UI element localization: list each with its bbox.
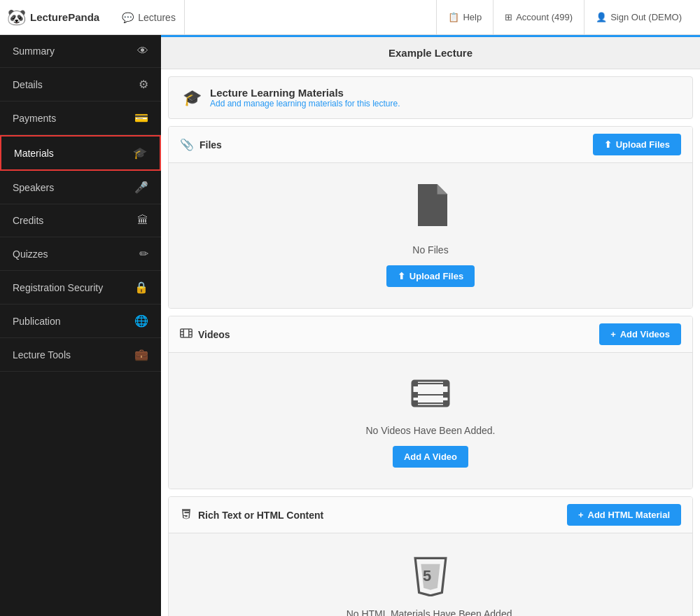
account-link[interactable]: ⊞ Account (499) <box>493 0 584 35</box>
sidebar-icon-materials: 🎓 <box>133 146 147 160</box>
sidebar-label-materials: Materials <box>14 148 54 159</box>
add-videos-button-top[interactable]: + Add Videos <box>599 323 681 345</box>
sidebar-label-reg-security: Registration Security <box>13 282 103 293</box>
sidebar-item-materials[interactable]: Materials 🎓 <box>0 135 161 171</box>
sidebar-icon-payments: 💳 <box>134 111 148 125</box>
html5-empty-icon: 5 <box>411 554 450 598</box>
svg-rect-9 <box>412 392 418 398</box>
sidebar-item-registration-security[interactable]: Registration Security 🔒 <box>0 271 161 304</box>
upload-files-button[interactable]: ⬆ Upload Files <box>386 265 475 287</box>
materials-section-header: 🎓 Lecture Learning Materials Add and man… <box>168 76 693 119</box>
sidebar-label-summary: Summary <box>13 46 55 57</box>
chat-icon: 💬 <box>122 12 134 23</box>
sidebar-label-publication: Publication <box>13 316 61 327</box>
svg-rect-13 <box>443 400 449 406</box>
help-link[interactable]: 📋 Help <box>436 0 493 35</box>
sidebar-icon-quizzes: ✏ <box>139 247 148 260</box>
upload-icon: ⬆ <box>604 139 612 150</box>
top-nav-right: 📋 Help ⊞ Account (499) 👤 Sign Out (DEMO) <box>436 0 693 35</box>
svg-text:5: 5 <box>423 567 431 584</box>
upload-files-button-top[interactable]: ⬆ Upload Files <box>593 134 681 155</box>
lectures-nav-item[interactable]: 💬 Lectures <box>113 0 185 34</box>
add-html-button-top[interactable]: + Add HTML Material <box>567 504 681 526</box>
main-layout: Summary 👁 Details ⚙ Payments 💳 Materials… <box>0 35 700 616</box>
sidebar-item-speakers[interactable]: Speakers 🎤 <box>0 171 161 204</box>
files-panel-header: 📎 Files ⬆ Upload Files <box>169 127 692 163</box>
videos-panel: Videos + Add Videos <box>168 316 693 489</box>
no-videos-text: No Videos Have Been Added. <box>366 425 496 436</box>
svg-rect-0 <box>181 329 192 337</box>
content-area: Example Lecture 🎓 Lecture Learning Mater… <box>161 35 700 616</box>
logo-icon: 🐼 <box>7 8 26 27</box>
sidebar-item-summary[interactable]: Summary 👁 <box>0 35 161 68</box>
svg-rect-8 <box>412 381 418 386</box>
sidebar-item-lecture-tools[interactable]: Lecture Tools 💼 <box>0 338 161 372</box>
mortarboard-icon: 🎓 <box>183 89 202 107</box>
sidebar-icon-lecture-tools: 💼 <box>134 348 148 361</box>
videos-panel-header: Videos + Add Videos <box>169 316 692 353</box>
logo-text: LecturePanda <box>30 11 99 23</box>
no-html-text: No HTML Materials Have Been Added. <box>346 608 515 616</box>
html-panel: Rich Text or HTML Content + Add HTML Mat… <box>168 496 693 616</box>
sidebar-icon-speakers: 🎤 <box>134 181 148 194</box>
videos-label: Videos <box>198 329 230 340</box>
svg-rect-11 <box>443 381 449 386</box>
help-icon: 📋 <box>448 12 459 22</box>
sidebar-item-credits[interactable]: Credits 🏛 <box>0 204 161 237</box>
plus-icon-html: + <box>578 510 584 520</box>
html-label: Rich Text or HTML Content <box>198 510 323 521</box>
lectures-label: Lectures <box>138 12 176 23</box>
sidebar-label-details: Details <box>13 79 43 90</box>
no-videos-icon <box>411 374 450 415</box>
svg-rect-10 <box>412 400 418 406</box>
section-subtitle: Add and manage learning materials for th… <box>210 99 400 108</box>
plus-icon: + <box>610 329 616 340</box>
add-video-button[interactable]: Add A Video <box>393 446 468 468</box>
sidebar-icon-publication: 🌐 <box>134 314 148 328</box>
no-files-text: No Files <box>412 244 448 255</box>
paperclip-icon: 📎 <box>180 138 194 151</box>
lecture-title: Example Lecture <box>161 35 700 69</box>
sidebar-label-quizzes: Quizzes <box>13 248 48 260</box>
html5-icon <box>180 507 192 523</box>
sidebar-icon-reg-security: 🔒 <box>134 281 148 294</box>
signout-link[interactable]: 👤 Sign Out (DEMO) <box>584 0 693 35</box>
html-panel-body: 5 No HTML Materials Have Been Added. Add… <box>169 533 692 616</box>
sidebar-label-credits: Credits <box>13 215 43 226</box>
section-title: Lecture Learning Materials <box>210 87 400 99</box>
sidebar: Summary 👁 Details ⚙ Payments 💳 Materials… <box>0 35 161 616</box>
logo[interactable]: 🐼 LecturePanda <box>7 8 99 27</box>
sidebar-icon-details: ⚙ <box>139 78 148 91</box>
sidebar-item-details[interactable]: Details ⚙ <box>0 68 161 102</box>
upload-icon-2: ⬆ <box>398 271 405 281</box>
sidebar-icon-credits: 🏛 <box>137 214 148 227</box>
sidebar-item-quizzes[interactable]: Quizzes ✏ <box>0 237 161 271</box>
html-panel-header: Rich Text or HTML Content + Add HTML Mat… <box>169 497 692 533</box>
sidebar-label-speakers: Speakers <box>13 182 54 193</box>
top-navigation: 🐼 LecturePanda 💬 Lectures 📋 Help ⊞ Accou… <box>0 0 700 35</box>
no-files-icon <box>413 184 448 234</box>
files-panel: 📎 Files ⬆ Upload Files No Files ⬆ <box>168 126 693 309</box>
sidebar-icon-summary: 👁 <box>137 45 148 57</box>
sidebar-label-payments: Payments <box>13 113 56 124</box>
files-panel-body: No Files ⬆ Upload Files <box>169 163 692 308</box>
signout-icon: 👤 <box>596 12 607 22</box>
videos-panel-body: No Videos Have Been Added. Add A Video <box>169 353 692 489</box>
sidebar-label-lecture-tools: Lecture Tools <box>13 349 71 360</box>
sidebar-item-payments[interactable]: Payments 💳 <box>0 102 161 135</box>
files-label: Files <box>200 139 222 150</box>
film-icon <box>180 327 192 342</box>
account-icon: ⊞ <box>505 12 512 22</box>
svg-rect-12 <box>443 392 449 398</box>
sidebar-item-publication[interactable]: Publication 🌐 <box>0 304 161 338</box>
